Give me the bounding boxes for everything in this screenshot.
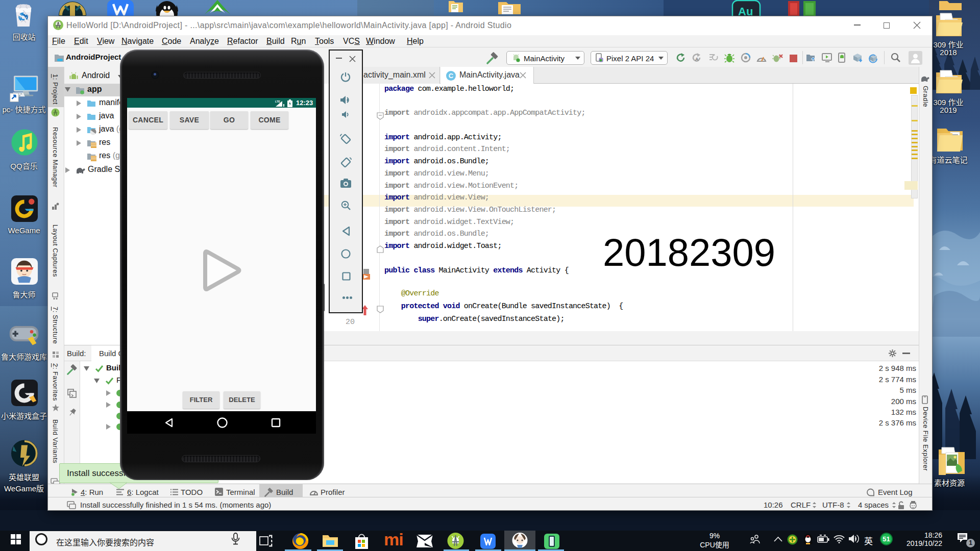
svg-text:A: A [695,57,699,62]
svg-text:LTE: LTE [275,100,280,103]
